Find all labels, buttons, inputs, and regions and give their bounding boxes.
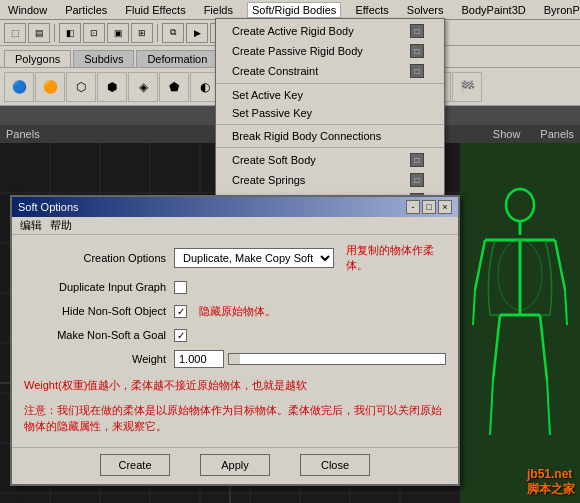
make-non-soft-value	[174, 329, 446, 342]
tb-btn-7[interactable]: ⧉	[162, 23, 184, 43]
hide-non-soft-row: Hide Non-Soft Object 隐藏原始物体。	[24, 301, 446, 321]
svg-line-25	[565, 290, 567, 325]
creation-options-select[interactable]: Duplicate, Make Copy Soft	[174, 248, 334, 268]
hide-non-soft-label: Hide Non-Soft Object	[24, 305, 174, 317]
tab-deformation[interactable]: Deformation	[136, 50, 218, 67]
tb-btn-6[interactable]: ⊞	[131, 23, 153, 43]
passive-rigid-icon: □	[410, 44, 424, 58]
hide-non-soft-note: 隐藏原始物体。	[199, 304, 276, 319]
icon-btn-1[interactable]: 🔵	[4, 72, 34, 102]
soft-options-dialog: Soft Options - □ × 编辑 帮助 Creation Option…	[10, 195, 460, 486]
menu-soft-rigid[interactable]: Soft/Rigid Bodies	[247, 2, 341, 18]
menu-effects[interactable]: Effects	[351, 3, 392, 17]
menu-solvers[interactable]: Solvers	[403, 3, 448, 17]
title-controls: - □ ×	[406, 200, 452, 214]
tab-polygons[interactable]: Polygons	[4, 50, 71, 67]
icon-btn-3[interactable]: ⬡	[66, 72, 96, 102]
svg-line-28	[490, 380, 493, 435]
menu-fields[interactable]: Fields	[200, 3, 237, 17]
icon-btn-6[interactable]: ⬟	[159, 72, 189, 102]
dialog-menu-bar: 编辑 帮助	[12, 217, 458, 235]
menu-create-springs[interactable]: Create Springs □	[216, 170, 444, 190]
dialog-buttons: Create Apply Close	[12, 447, 458, 484]
icon-btn-15[interactable]: 🏁	[452, 72, 482, 102]
svg-line-22	[475, 240, 485, 290]
minimize-btn[interactable]: -	[406, 200, 420, 214]
menu-create-active-rigid[interactable]: Create Active Rigid Body □	[216, 21, 444, 41]
menu-create-soft-body[interactable]: Create Soft Body □	[216, 150, 444, 170]
springs-icon: □	[410, 173, 424, 187]
create-button[interactable]: Create	[100, 454, 170, 476]
maximize-btn[interactable]: □	[422, 200, 436, 214]
close-button[interactable]: Close	[300, 454, 370, 476]
apply-button[interactable]: Apply	[200, 454, 270, 476]
watermark-name: 脚本之家	[527, 481, 575, 498]
menu-create-constraint[interactable]: Create Constraint □	[216, 61, 444, 81]
weight-input[interactable]	[174, 350, 224, 368]
creation-options-note: 用复制的物体作柔体。	[346, 243, 446, 273]
svg-point-18	[506, 189, 534, 221]
menu-section-2: Set Active Key Set Passive Key	[216, 84, 444, 125]
make-non-soft-checkbox[interactable]	[174, 329, 187, 342]
weight-note: Weight(权重)值越小，柔体越不接近原始物体，也就是越软	[24, 373, 446, 398]
menu-bar: Window Particles Fluid Effects Fields So…	[0, 0, 580, 20]
tab-subdivs[interactable]: Subdivs	[73, 50, 134, 67]
menu-particles[interactable]: Particles	[61, 3, 111, 17]
panels-label: Panels	[6, 128, 40, 140]
tb-btn-8[interactable]: ▶	[186, 23, 208, 43]
dialog-title: Soft Options	[18, 201, 79, 213]
svg-line-23	[473, 290, 475, 325]
dialog-menu-help[interactable]: 帮助	[46, 217, 76, 234]
duplicate-input-checkbox[interactable]	[174, 281, 187, 294]
character-display	[465, 185, 575, 461]
watermark: jb51.net 脚本之家	[527, 467, 575, 498]
tb-btn-4[interactable]: ⊡	[83, 23, 105, 43]
tb-sep-1	[54, 24, 55, 42]
creation-options-label: Creation Options	[24, 252, 174, 264]
menu-fluid-effects[interactable]: Fluid Effects	[121, 3, 189, 17]
dialog-menu-edit[interactable]: 编辑	[16, 217, 46, 234]
creation-options-row: Creation Options Duplicate, Make Copy So…	[24, 243, 446, 273]
menu-break-rigid[interactable]: Break Rigid Body Connections	[216, 127, 444, 145]
tb-sep-2	[157, 24, 158, 42]
tb-btn-2[interactable]: ▤	[28, 23, 50, 43]
menu-section-1: Create Active Rigid Body □ Create Passiv…	[216, 19, 444, 84]
menu-section-3: Break Rigid Body Connections	[216, 125, 444, 148]
panels-right-label: Panels	[540, 128, 574, 140]
constraint-icon: □	[410, 64, 424, 78]
svg-line-29	[540, 315, 547, 380]
menu-bodypaint[interactable]: BodyPaint3D	[458, 3, 530, 17]
icon-btn-5[interactable]: ◈	[128, 72, 158, 102]
svg-line-27	[493, 315, 500, 380]
maya-window: Window Particles Fluid Effects Fields So…	[0, 0, 580, 503]
make-non-soft-label: Make Non-Soft a Goal	[24, 329, 174, 341]
tb-btn-1[interactable]: ⬚	[4, 23, 26, 43]
menu-set-active-key[interactable]: Set Active Key	[216, 86, 444, 104]
notice-text: 注意：我们现在做的柔体是以原始物体作为目标物体。柔体做完后，我们可以关闭原始物体…	[24, 398, 446, 439]
icon-btn-4[interactable]: ⬢	[97, 72, 127, 102]
weight-row: Weight	[24, 349, 446, 369]
menu-window[interactable]: Window	[4, 3, 51, 17]
show-label: Show	[493, 128, 521, 140]
creation-options-value: Duplicate, Make Copy Soft 用复制的物体作柔体。	[174, 243, 446, 273]
weight-label: Weight	[24, 353, 174, 365]
duplicate-input-label: Duplicate Input Graph	[24, 281, 174, 293]
tb-btn-5[interactable]: ▣	[107, 23, 129, 43]
weight-value	[174, 350, 446, 368]
dropdown-menu: Create Active Rigid Body □ Create Passiv…	[215, 18, 445, 213]
menu-set-passive-key[interactable]: Set Passive Key	[216, 104, 444, 122]
hide-non-soft-checkbox[interactable]	[174, 305, 187, 318]
soft-body-icon: □	[410, 153, 424, 167]
char-viewport	[460, 143, 580, 503]
close-btn[interactable]: ×	[438, 200, 452, 214]
menu-create-passive-rigid[interactable]: Create Passive Rigid Body □	[216, 41, 444, 61]
weight-slider[interactable]	[228, 353, 446, 365]
menu-byron[interactable]: ByronPolyTools 1	[540, 3, 580, 17]
duplicate-input-value	[174, 281, 446, 294]
dialog-title-bar: Soft Options - □ ×	[12, 197, 458, 217]
weight-slider-fill	[229, 354, 240, 364]
svg-line-30	[547, 380, 550, 435]
tb-btn-3[interactable]: ◧	[59, 23, 81, 43]
icon-btn-2[interactable]: 🟠	[35, 72, 65, 102]
make-non-soft-row: Make Non-Soft a Goal	[24, 325, 446, 345]
